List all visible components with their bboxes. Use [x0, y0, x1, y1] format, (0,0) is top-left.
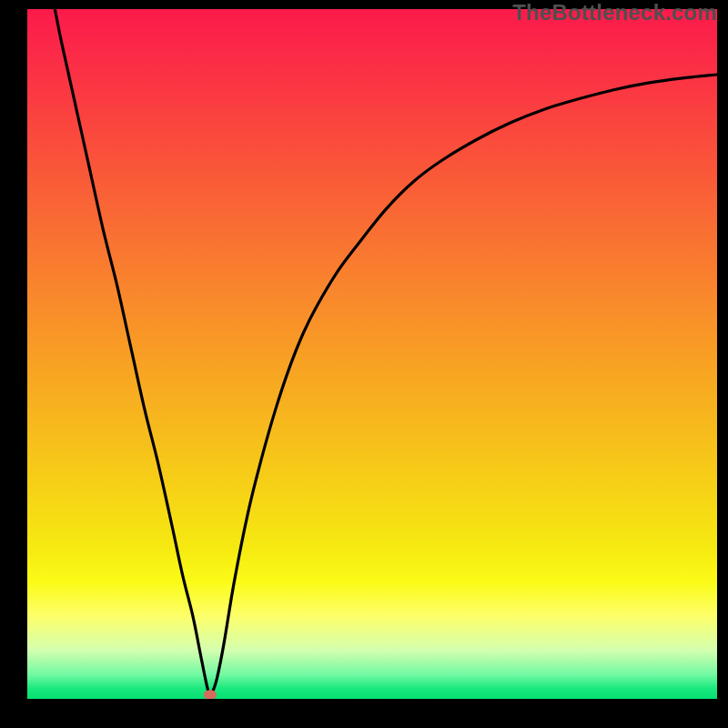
chart-frame [27, 9, 717, 699]
gradient-background [27, 9, 717, 699]
plot-area [27, 9, 717, 699]
watermark-text: TheBottleneck.com [512, 0, 717, 25]
